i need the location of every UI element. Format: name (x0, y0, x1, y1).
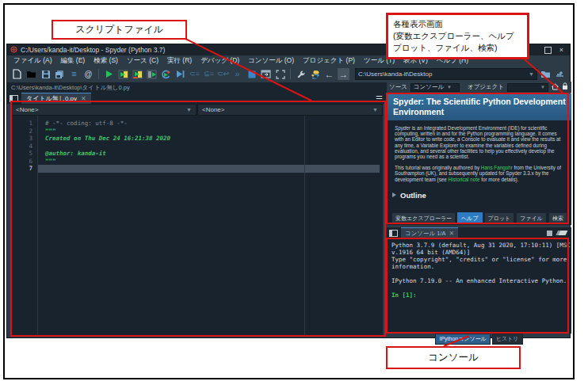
back-icon[interactable]: ← (323, 68, 335, 80)
method-combo-value: <None> (202, 106, 224, 113)
tab-help[interactable]: ヘルプ (457, 212, 483, 224)
tab-history[interactable]: ヒストリ (492, 334, 523, 345)
tab-variable-explorer[interactable]: 変数エクスプローラー (391, 212, 456, 224)
menu-console[interactable]: コンソール (O) (248, 56, 294, 66)
pane-options-icon[interactable] (10, 95, 18, 102)
object-combo[interactable]: ▼ (507, 83, 548, 92)
source-combo-value: コンソール (414, 83, 444, 91)
working-directory-field[interactable]: C:\Users\kanda-it\Desktop ▼ (355, 68, 537, 80)
link-hans-fangohr[interactable]: Hans Fangohr (481, 165, 513, 170)
console-tab-label: コンソール 1/A (405, 230, 446, 238)
symbol-finder-icon[interactable]: @ (82, 68, 94, 80)
console-line: Type "copyright", "credits" or "license"… (391, 256, 571, 263)
console-line: information. (391, 263, 571, 270)
outline-section[interactable]: Outline (388, 188, 571, 200)
callout-console-label: コンソール (428, 351, 479, 364)
help-paragraph: Spyder is an Integrated Development Envi… (395, 125, 564, 159)
open-file-icon[interactable] (25, 68, 37, 80)
save-all-icon[interactable] (54, 68, 66, 80)
callout-panels-line3: プロット、ファイル、検索) (393, 42, 522, 54)
console-prompt: In [1]: (391, 292, 571, 299)
tab-ipython-console[interactable]: IPythonコンソール (435, 334, 490, 345)
chevron-down-icon[interactable]: ▼ (529, 71, 534, 77)
pane-options-icon[interactable] (389, 230, 398, 237)
callout-script-file-label: スクリプトファイル (75, 23, 163, 36)
maximize-pane-icon[interactable] (274, 68, 286, 80)
close-icon[interactable]: ✕ (449, 230, 455, 237)
menu-run[interactable]: 実行 (R) (167, 56, 192, 66)
console-line: IPython 7.19.0 -- An enhanced Interactiv… (391, 277, 571, 284)
new-file-icon[interactable] (11, 68, 23, 80)
interrupt-kernel-icon[interactable] (547, 231, 552, 236)
link-historical-note[interactable]: Historical note (449, 177, 480, 182)
python-environment-icon[interactable] (309, 68, 321, 80)
lock-icon[interactable] (562, 82, 568, 92)
save-icon[interactable] (40, 68, 52, 80)
tab-files[interactable]: ファイル (516, 212, 547, 224)
callout-panels-line1: 各種表示画面 (393, 18, 522, 30)
working-directory-value: C:\Users\kanda-it\Desktop (358, 71, 432, 78)
console-bottom-tabs: IPythonコンソール ヒストリ (387, 334, 571, 343)
home-icon[interactable] (552, 83, 559, 92)
tab-plots[interactable]: プロット (484, 212, 515, 224)
triangle-right-icon (392, 192, 396, 197)
editor-menu-icon[interactable]: ☰ (376, 94, 383, 103)
step-over-icon[interactable]: ⊂≡ (189, 68, 200, 80)
parent-directory-icon[interactable] (554, 68, 566, 80)
code-editor[interactable]: <None>▼ <None>▼ 1 2 3 4 5 6 7 # -*- codi… (11, 104, 383, 336)
maximize-button[interactable] (544, 47, 552, 54)
editor-path-bar: C:\Users\kanda-it\Desktop\タイトル無し0.py (7, 82, 387, 93)
close-button[interactable]: × (559, 46, 563, 54)
rerun-cell-icon[interactable] (160, 68, 172, 80)
chevron-down-icon: ▼ (540, 85, 545, 90)
debug-icon[interactable] (174, 68, 186, 80)
console-line: Python 3.7.9 (default, Aug 31 2020, 17:1… (391, 242, 571, 249)
run-cell-advance-icon[interactable] (132, 68, 143, 80)
menu-file[interactable]: ファイル (A) (13, 56, 52, 66)
callout-script-file: スクリプトファイル (52, 20, 187, 40)
class-combo[interactable]: <None>▼ (11, 104, 197, 116)
menu-project[interactable]: プロジェクト (P) (303, 56, 355, 66)
spyder-logo-icon (10, 46, 17, 55)
object-label: オブジェクト (468, 83, 504, 91)
stop-icon[interactable] (246, 68, 258, 80)
code-area: # -*- coding: utf-8 -*- """ Created on T… (39, 116, 383, 336)
file-switcher-icon[interactable]: ≡ (68, 68, 80, 80)
menu-debug[interactable]: デバッグ (D) (200, 56, 239, 66)
code-line: """ (39, 128, 383, 135)
chevron-down-icon: ▼ (447, 85, 452, 90)
editor-tab-bar: タイトル無し0.py ✕ ☰ (7, 93, 387, 104)
editor-file-path: C:\Users\kanda-it\Desktop\タイトル無し0.py (11, 84, 130, 92)
preferences-wrench-icon[interactable] (295, 68, 307, 80)
run-selection-icon[interactable] (146, 68, 158, 80)
outline-combos: <None>▼ <None>▼ (11, 104, 383, 116)
console-tab[interactable]: コンソール 1/A ✕ (401, 227, 458, 238)
run-cell-icon[interactable] (117, 68, 129, 80)
callout-console: コンソール (386, 346, 521, 369)
method-combo[interactable]: <None>▼ (197, 104, 383, 116)
menu-search[interactable]: 検索 (S) (94, 56, 118, 66)
ipython-console[interactable]: Python 3.7.9 (default, Aug 31 2020, 17:1… (388, 238, 571, 334)
tab-find[interactable]: 検索 (548, 212, 567, 224)
source-combo[interactable]: コンソール▼ (410, 83, 460, 92)
menu-source[interactable]: ソース (C) (127, 56, 158, 66)
code-line (39, 165, 383, 173)
source-label: ソース (389, 83, 407, 91)
forward-icon[interactable]: → (338, 68, 349, 80)
screenshot-stage: C:/Users/kanda-it/Desktop - Spyder (Pyth… (0, 0, 588, 385)
callout-display-panels: 各種表示画面 (変数エクスプローラー、ヘルプ プロット、ファイル、検索) (386, 13, 529, 59)
code-line: @author: kanda-it (39, 150, 383, 158)
editor-tab[interactable]: タイトル無し0.py ✕ (21, 93, 91, 105)
clear-console-icon[interactable] (556, 231, 568, 235)
continue-icon[interactable]: » (231, 68, 243, 80)
line-number-gutter: 1 2 3 4 5 6 7 (11, 116, 38, 336)
step-into-icon[interactable]: ⊆≡ (203, 68, 215, 80)
browse-directory-icon[interactable] (540, 68, 552, 80)
step-return-icon[interactable]: ⊂↩ (217, 68, 229, 80)
close-icon[interactable]: ✕ (81, 95, 86, 102)
class-combo-value: <None> (16, 106, 38, 113)
menu-edit[interactable]: 編集 (E) (61, 56, 86, 66)
chevron-down-icon: ▼ (372, 107, 378, 112)
run-icon[interactable] (103, 68, 115, 80)
new-window-icon[interactable] (260, 68, 272, 80)
